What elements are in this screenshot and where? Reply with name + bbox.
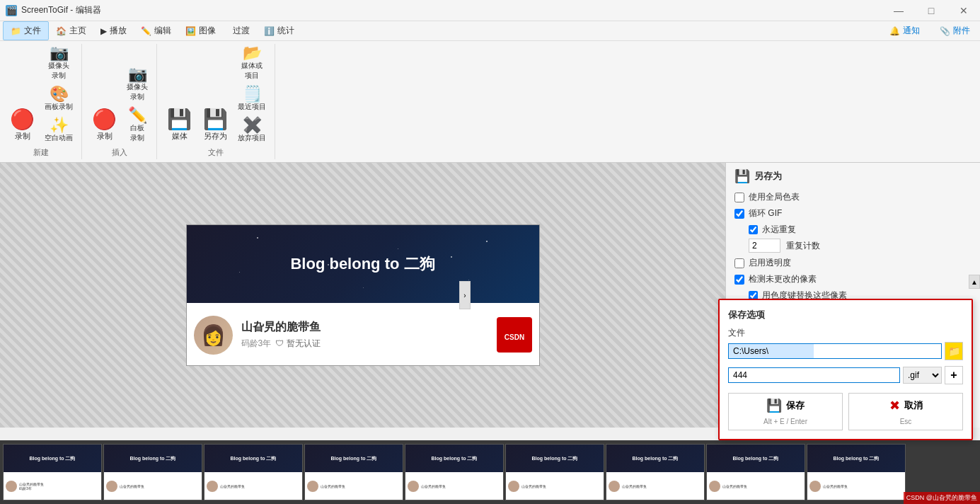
insert-record-button[interactable]: 🔴 录制: [88, 107, 121, 144]
transparency-checkbox[interactable]: [734, 258, 744, 268]
frame-preview-bottom-5: 山旮旯的脆带鱼: [405, 472, 503, 500]
loop-gif-checkbox[interactable]: [734, 209, 744, 219]
camera-label: 摄像头录制: [48, 61, 69, 81]
frame-preview-top-3: Blog belong to 二狗: [204, 445, 302, 472]
canvas-icon: 🎨: [50, 86, 69, 102]
user-name: 山旮旯的脆带鱼: [241, 320, 488, 335]
file-icon: 📁: [11, 26, 21, 36]
user-info: 山旮旯的脆带鱼 码龄3年 🛡 暂无认证: [241, 320, 488, 350]
canvas-record-button[interactable]: 🎨 画板录制: [42, 85, 76, 113]
frame-user-1: 山旮旯的脆带鱼码龄3年: [19, 482, 44, 491]
media-project-label: 媒体或项目: [241, 61, 263, 81]
blank-label: 空白动画: [45, 133, 73, 143]
menu-file-label: 文件: [24, 25, 41, 37]
canvas-area: Blog belong to 二狗 👩 山旮旯的脆带鱼 码龄3年 🛡 暂无认证 …: [0, 163, 725, 428]
maximize-button[interactable]: □: [915, 0, 947, 21]
menu-item-file[interactable]: 📁 文件: [3, 21, 49, 40]
add-button[interactable]: +: [945, 366, 963, 384]
frame-avatar-6: [508, 481, 519, 492]
insert-camera-button[interactable]: 📷 摄像头录制: [124, 65, 151, 103]
filmstrip-frame-5[interactable]: Blog belong to 二狗 山旮旯的脆带鱼: [405, 444, 504, 500]
filename-input[interactable]: [728, 367, 900, 383]
user-age: 码龄3年: [241, 338, 272, 350]
frame-user-3: 山旮旯的脆带鱼: [220, 484, 245, 488]
group-new-label: 新建: [33, 147, 49, 159]
extension-select[interactable]: .gif: [903, 367, 942, 384]
filmstrip-frame-4[interactable]: Blog belong to 二狗 山旮旯的脆带鱼: [304, 444, 403, 500]
notification-button[interactable]: 🔔 通知: [882, 22, 927, 40]
filmstrip-frame-1[interactable]: Blog belong to 二狗 山旮旯的脆带鱼码龄3年: [3, 444, 102, 500]
filmstrip-frame-6[interactable]: Blog belong to 二狗 山旮旯的脆带鱼: [505, 444, 604, 500]
save-button[interactable]: 💾 保存 Alt + E / Enter: [728, 393, 843, 430]
frame-preview-top-6: Blog belong to 二狗: [506, 445, 604, 472]
menu-item-home[interactable]: 🏠 主页: [49, 22, 93, 40]
media-project-icon: 📂: [243, 45, 262, 61]
notification-label: 通知: [903, 25, 920, 37]
repeat-count-label: 重复计数: [786, 240, 820, 252]
frame-preview-top-2: Blog belong to 二狗: [104, 445, 202, 472]
svg-text:CSDN: CSDN: [504, 333, 524, 341]
filmstrip-frame-3[interactable]: Blog belong to 二狗 山旮旯的脆带鱼: [204, 444, 303, 500]
dialog-buttons: 💾 保存 Alt + E / Enter ✖ 取消 Esc: [728, 393, 963, 430]
title-bar: 🎬 ScreenToGif - 编辑器 — □ ✕: [0, 0, 980, 21]
panel-title: 💾 另存为: [734, 168, 972, 184]
panel-title-text: 另存为: [754, 170, 782, 183]
expand-panel-button[interactable]: ›: [459, 281, 471, 309]
whiteboard-button[interactable]: ✏️ 白板录制: [124, 106, 151, 144]
filmstrip-frame-2[interactable]: Blog belong to 二狗 山旮旯的脆带鱼: [103, 444, 202, 500]
insert-camera-label: 摄像头录制: [127, 82, 148, 102]
filmstrip-frame-9[interactable]: Blog belong to 二狗 山旮旯的脆带鱼: [807, 444, 906, 500]
frame-user-8: 山旮旯的脆带鱼: [722, 484, 747, 488]
media-button[interactable]: 💾 媒体: [163, 107, 196, 144]
panel-scroll-up[interactable]: ▲: [969, 275, 980, 289]
browse-folder-button[interactable]: 📁: [945, 342, 963, 360]
ribbon-group-new-items: 🔴 录制 📷 摄像头录制 🎨 画板录制 ✨ 空白动画: [6, 44, 76, 144]
detect-unchanged-checkbox[interactable]: [734, 275, 744, 285]
recent-project-button[interactable]: 🗒️ 最近项目: [235, 85, 269, 113]
panel-save-icon: 💾: [734, 168, 750, 184]
csdn-logo: CSDN: [497, 317, 532, 353]
filmstrip-frame-8[interactable]: Blog belong to 二狗 山旮旯的脆带鱼: [706, 444, 805, 500]
blank-animation-button[interactable]: ✨ 空白动画: [42, 116, 76, 144]
app-icon: 🎬: [6, 5, 17, 16]
canvas-label: 画板录制: [45, 102, 73, 112]
camera-record-button[interactable]: 📷 摄像头录制: [42, 44, 76, 82]
attachment-button[interactable]: 📎 附件: [933, 22, 977, 40]
record-button[interactable]: 🔴 录制: [6, 107, 39, 144]
record-icon: 🔴: [10, 110, 35, 130]
menu-item-edit[interactable]: ✏️ 编辑: [134, 22, 178, 40]
menu-item-stats[interactable]: ℹ️ 统计: [257, 22, 301, 40]
camera-icon: 📷: [50, 45, 69, 61]
menu-transition-label: 过渡: [233, 25, 250, 37]
cancel-button[interactable]: ✖ 取消 Esc: [848, 393, 963, 430]
file-path-input[interactable]: [728, 343, 942, 359]
frame-user-2: 山旮旯的脆带鱼: [120, 484, 144, 488]
save-as-icon: 💾: [203, 110, 228, 130]
filmstrip-frame-7[interactable]: Blog belong to 二狗 山旮旯的脆带鱼: [606, 444, 705, 500]
preview-top: Blog belong to 二狗: [187, 225, 539, 303]
repeat-forever-row: 永远重复: [749, 224, 972, 236]
attachment-icon: 📎: [940, 26, 950, 36]
save-label: 保存: [786, 399, 805, 412]
repeat-count-input[interactable]: [749, 239, 780, 253]
media-project-button[interactable]: 📂 媒体或项目: [235, 44, 269, 82]
frame-preview-bottom-1: 山旮旯的脆带鱼码龄3年: [4, 472, 101, 500]
insert-camera-icon: 📷: [128, 67, 147, 82]
menu-home-label: 主页: [69, 25, 86, 37]
discard-project-button[interactable]: ✖️ 放弃项目: [235, 116, 269, 144]
image-icon: 🖼️: [185, 26, 196, 36]
menu-item-play[interactable]: ▶ 播放: [93, 22, 134, 40]
folder-icon: 📁: [948, 345, 960, 357]
minimize-button[interactable]: —: [882, 0, 915, 21]
file-label: 文件: [728, 327, 963, 339]
save-as-button[interactable]: 💾 另存为: [199, 107, 232, 144]
repeat-forever-checkbox[interactable]: [749, 225, 758, 234]
menu-item-transition[interactable]: 过渡: [223, 22, 257, 40]
loop-gif-label: 循环 GIF: [749, 207, 782, 219]
transparency-row: 启用透明度: [734, 257, 972, 269]
filename-row: .gif +: [728, 366, 963, 384]
frame-preview-top-9: Blog belong to 二狗: [807, 445, 905, 472]
global-palette-checkbox[interactable]: [734, 193, 744, 202]
menu-item-image[interactable]: 🖼️ 图像: [178, 22, 223, 40]
close-button[interactable]: ✕: [947, 0, 980, 21]
